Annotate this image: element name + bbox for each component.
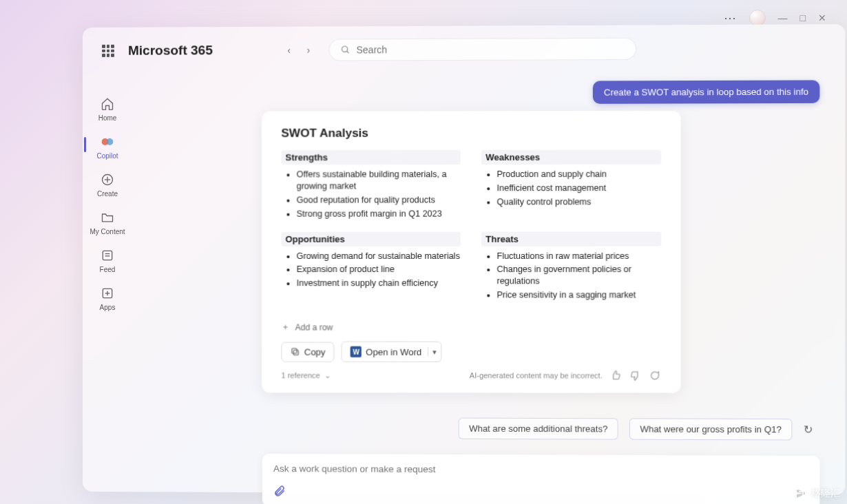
rail-item-apps[interactable]: Apps bbox=[100, 286, 116, 311]
threats-item: Changes in government policies or regula… bbox=[496, 264, 661, 287]
search-icon bbox=[341, 45, 351, 54]
chevron-down-icon[interactable]: ▾ bbox=[428, 347, 437, 356]
strengths-item: Offers sustainable building materials, a… bbox=[297, 169, 461, 192]
opportunities-item: Growing demand for sustainable materials bbox=[297, 250, 461, 262]
copilot-icon bbox=[100, 134, 115, 149]
reference-label: 1 reference bbox=[281, 371, 320, 379]
svg-rect-15 bbox=[796, 489, 806, 498]
rail-label: Create bbox=[97, 190, 118, 198]
nav-forward-icon[interactable]: › bbox=[302, 43, 315, 57]
rail-item-home[interactable]: Home bbox=[98, 96, 117, 122]
brand-title: Microsoft 365 bbox=[128, 43, 213, 59]
copy-label: Copy bbox=[304, 346, 326, 357]
weaknesses-item: Quality control problems bbox=[496, 196, 661, 208]
strengths-heading: Strengths bbox=[281, 150, 460, 165]
rail-item-mycontent[interactable]: My Content bbox=[90, 210, 125, 235]
word-icon: W bbox=[351, 346, 362, 357]
suggestion-chip[interactable]: What were our gross profits in Q1? bbox=[629, 418, 792, 440]
add-row-label: Add a row bbox=[295, 322, 333, 332]
copy-icon bbox=[291, 347, 300, 357]
rail-item-copilot[interactable]: Copilot bbox=[96, 134, 118, 160]
watermark: 格隆汇 bbox=[795, 487, 840, 500]
search-input[interactable] bbox=[356, 43, 625, 56]
assistant-card: SWOT Analysis Strengths Offers sustainab… bbox=[262, 111, 681, 393]
rail-label: My Content bbox=[90, 228, 125, 235]
rail-label: Home bbox=[98, 114, 117, 122]
copy-button[interactable]: Copy bbox=[281, 342, 334, 361]
rail-label: Copilot bbox=[96, 152, 118, 160]
thumbs-up-icon[interactable] bbox=[609, 369, 622, 381]
strengths-item: Strong gross profit margin in Q1 2023 bbox=[297, 208, 461, 220]
svg-rect-7 bbox=[103, 251, 112, 260]
threats-item: Price sensitivity in a sagging market bbox=[496, 289, 661, 301]
svg-rect-13 bbox=[293, 350, 298, 355]
window-restore-icon[interactable]: □ bbox=[800, 12, 806, 23]
add-row-button[interactable]: ＋ Add a row bbox=[281, 322, 661, 333]
suggestion-chip[interactable]: What are some additional threats? bbox=[459, 418, 618, 440]
avatar[interactable] bbox=[749, 10, 766, 26]
rail-label: Feed bbox=[100, 266, 116, 273]
references-toggle[interactable]: 1 reference ⌄ bbox=[281, 371, 331, 380]
strengths-item: Good reputation for quality products bbox=[297, 194, 461, 206]
refresh-icon[interactable]: ↻ bbox=[804, 423, 813, 436]
search-box[interactable] bbox=[329, 38, 637, 61]
threats-item: Fluctuations in raw material prices bbox=[496, 250, 661, 262]
create-icon bbox=[100, 172, 115, 187]
comment-icon[interactable] bbox=[649, 369, 661, 381]
disclaimer-text: AI-generated content may be incorrect. bbox=[470, 371, 603, 379]
folder-icon bbox=[100, 210, 115, 225]
rail-item-create[interactable]: Create bbox=[97, 172, 118, 198]
feed-icon bbox=[100, 248, 115, 263]
svg-line-1 bbox=[347, 51, 349, 53]
weaknesses-item: Production and supply chain bbox=[496, 169, 661, 180]
rail-label: Apps bbox=[100, 304, 116, 311]
overflow-menu-icon[interactable]: ⋯ bbox=[724, 10, 737, 25]
thumbs-down-icon[interactable] bbox=[629, 369, 641, 381]
card-title: SWOT Analysis bbox=[281, 126, 661, 140]
svg-point-0 bbox=[342, 46, 348, 52]
user-message-bubble: Create a SWOT analysis in loop based on … bbox=[593, 80, 820, 103]
threats-heading: Threats bbox=[481, 231, 661, 246]
apps-icon bbox=[100, 286, 115, 301]
rail-item-feed[interactable]: Feed bbox=[100, 248, 116, 273]
chevron-down-icon: ⌄ bbox=[324, 371, 331, 380]
svg-point-3 bbox=[106, 138, 113, 145]
composer[interactable] bbox=[262, 454, 820, 504]
home-icon bbox=[100, 96, 115, 112]
open-word-label: Open in Word bbox=[366, 346, 421, 357]
weaknesses-item: Inefficient cost management bbox=[496, 182, 661, 194]
window-minimize-icon[interactable]: — bbox=[778, 12, 788, 23]
weaknesses-heading: Weaknesses bbox=[481, 150, 661, 165]
composer-input[interactable] bbox=[273, 463, 808, 476]
open-in-word-button[interactable]: W Open in Word ▾ bbox=[342, 342, 442, 362]
plus-icon: ＋ bbox=[281, 322, 289, 333]
opportunities-heading: Opportunities bbox=[281, 231, 460, 246]
attach-icon[interactable] bbox=[273, 485, 286, 501]
window-close-icon[interactable]: ✕ bbox=[818, 12, 826, 23]
svg-rect-14 bbox=[292, 348, 297, 353]
app-window: Microsoft 365 ‹ › Home Copilot Create My… bbox=[83, 24, 845, 495]
nav-back-icon[interactable]: ‹ bbox=[282, 43, 295, 57]
opportunities-item: Investment in supply chain efficiency bbox=[297, 277, 461, 289]
app-launcher-icon[interactable] bbox=[102, 45, 114, 57]
opportunities-item: Expansion of product line bbox=[297, 264, 461, 275]
